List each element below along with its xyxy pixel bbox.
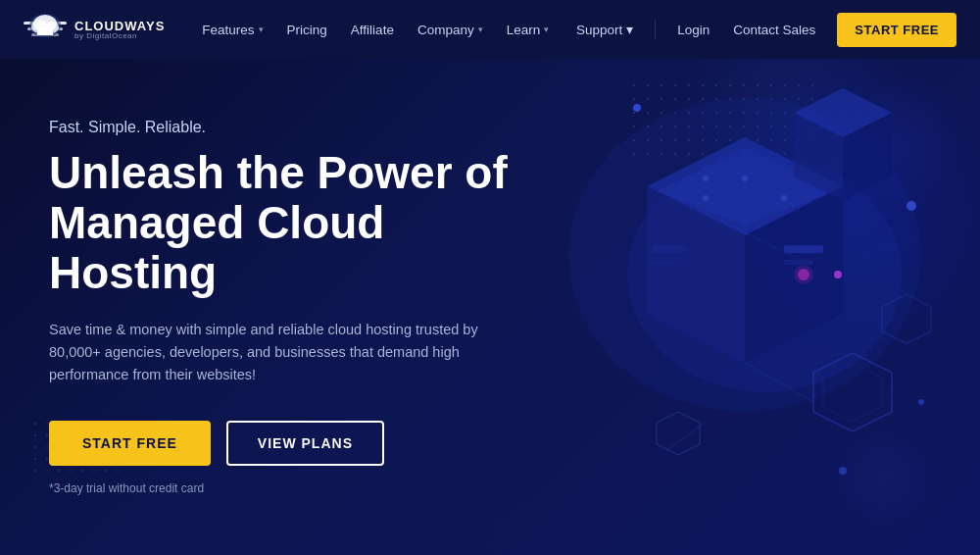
svg-rect-23	[784, 245, 823, 253]
brand-subtitle: by DigitalOcean	[74, 32, 165, 40]
svg-point-39	[918, 399, 924, 405]
hero-content: Fast. Simple. Reliable. Unleash the Powe…	[0, 119, 549, 494]
hero-buttons: START FREE VIEW PLANS	[49, 421, 549, 466]
nav-login[interactable]: Login	[667, 17, 719, 43]
brand-name: CLOUDWAYS	[74, 20, 165, 32]
navbar: CLOUDWAYS by DigitalOcean Features ▾ Pri…	[0, 0, 980, 59]
svg-point-40	[839, 467, 847, 475]
hero-start-free-button[interactable]: START FREE	[49, 421, 211, 466]
nav-left: CLOUDWAYS by DigitalOcean Features ▾ Pri…	[24, 14, 559, 45]
hero-tagline: Fast. Simple. Reliable.	[49, 119, 549, 136]
company-dropdown-icon: ▾	[478, 25, 483, 34]
nav-pricing[interactable]: Pricing	[277, 17, 337, 43]
svg-point-42	[794, 265, 813, 284]
cloudways-logo-icon	[24, 14, 67, 45]
features-dropdown-icon: ▾	[259, 25, 264, 34]
svg-point-22	[703, 195, 709, 201]
svg-rect-26	[652, 245, 686, 253]
nav-links: Features ▾ Pricing Affiliate Company ▾ L…	[192, 17, 559, 43]
nav-start-free-button[interactable]: START FREE	[837, 13, 956, 47]
hero-view-plans-button[interactable]: VIEW PLANS	[226, 421, 384, 466]
logo[interactable]: CLOUDWAYS by DigitalOcean	[24, 14, 165, 45]
learn-dropdown-icon: ▾	[544, 25, 549, 34]
svg-rect-27	[652, 260, 676, 265]
svg-point-21	[781, 195, 787, 201]
svg-marker-45	[657, 412, 700, 455]
nav-learn[interactable]: Learn ▾	[497, 17, 560, 43]
svg-rect-7	[37, 27, 53, 35]
nav-affiliate[interactable]: Affiliate	[341, 17, 404, 43]
svg-point-37	[633, 104, 641, 112]
nav-features[interactable]: Features ▾	[192, 17, 272, 43]
trial-note: *3-day trial without credit card	[49, 481, 549, 495]
hero-description: Save time & money with simple and reliab…	[49, 319, 519, 387]
hero-title: Unleash the Power of Managed Cloud Hosti…	[49, 148, 549, 297]
nav-company[interactable]: Company ▾	[408, 17, 493, 43]
svg-point-25	[834, 271, 842, 278]
nav-contact-sales[interactable]: Contact Sales	[723, 17, 825, 43]
svg-point-19	[703, 176, 709, 181]
hero-section: Fast. Simple. Reliable. Unleash the Powe…	[0, 59, 980, 555]
svg-point-38	[906, 201, 916, 211]
nav-divider	[655, 20, 656, 39]
nav-support[interactable]: Support ▾	[566, 16, 643, 43]
nav-right: Support ▾ Login Contact Sales START FREE	[566, 13, 956, 47]
support-dropdown-icon: ▾	[626, 22, 633, 37]
svg-point-20	[742, 176, 748, 181]
svg-rect-24	[784, 260, 813, 265]
